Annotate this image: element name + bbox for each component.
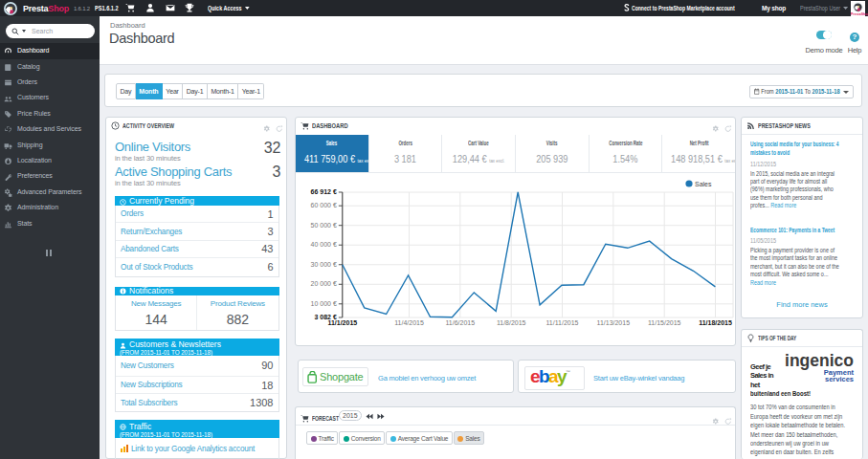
svg-text:11/6/2015: 11/6/2015 [445, 319, 475, 326]
svg-text:11/4/2015: 11/4/2015 [394, 319, 424, 326]
svg-text:66 912 €: 66 912 € [311, 188, 337, 195]
svg-text:11/1/2015: 11/1/2015 [327, 319, 357, 326]
svg-text:11/8/2015: 11/8/2015 [497, 319, 526, 326]
svg-text:10 000 €: 10 000 € [311, 300, 337, 307]
svg-text:40 000 €: 40 000 € [311, 241, 337, 248]
svg-text:50 000 €: 50 000 € [311, 222, 337, 229]
svg-text:Sales: Sales [695, 181, 712, 187]
svg-text:11/13/2015: 11/13/2015 [597, 319, 631, 326]
svg-text:20 000 €: 20 000 € [311, 280, 337, 287]
svg-text:11/15/2015: 11/15/2015 [648, 319, 681, 326]
svg-text:11/18/2015: 11/18/2015 [699, 319, 732, 326]
svg-text:30 000 €: 30 000 € [311, 261, 337, 268]
svg-text:60 000 €: 60 000 € [311, 202, 337, 208]
svg-text:11/11/2015: 11/11/2015 [546, 319, 579, 326]
